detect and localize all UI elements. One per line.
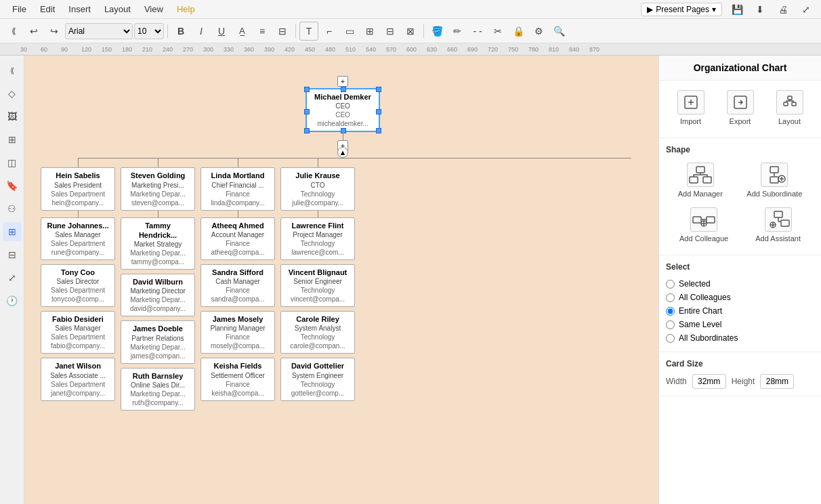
toolbar: ⟪ ↩ ↪ Arial 10 B I U A̲ ≡ ⊟ T ⌐ ▭ ⊞ ⊟ ⊠ … (0, 19, 821, 43)
radio-entire-chart[interactable]: Entire Chart (666, 304, 814, 318)
steven-node[interactable]: Steven Golding Marketing Presi... Market… (121, 167, 195, 210)
table-button[interactable]: ⊟ (381, 22, 400, 41)
table-tool[interactable]: ⊟ (3, 245, 22, 264)
panel-title: Organizational Chart (659, 56, 821, 81)
sidebar-toggle[interactable]: ⟪ (4, 22, 23, 41)
marketing-node-4[interactable]: Ruth Barnsley Online Sales Dir... Market… (121, 368, 195, 411)
tech-node-2[interactable]: Vincent Blignaut Senior Engineer Technol… (280, 264, 355, 307)
hein-node[interactable]: Hein Sabelis Sales President Sales Depar… (41, 167, 115, 210)
image-tool[interactable]: 🖼 (3, 107, 22, 126)
svg-rect-6 (690, 177, 698, 183)
import-button[interactable]: Import (675, 87, 707, 128)
marketing-node-3[interactable]: James Doeble Partner Relations Marketing… (121, 320, 195, 363)
export-icon (727, 90, 754, 114)
radio-all-colleagues[interactable]: All Colleagues (666, 291, 814, 304)
grid-button[interactable]: ⊞ (360, 22, 379, 41)
add-manager-button[interactable]: Add Manager (675, 160, 725, 201)
orgchart-tool[interactable]: ⊞ (3, 222, 22, 241)
sales-node-3[interactable]: Fabio Desideri Sales Manager Sales Depar… (41, 311, 115, 354)
text-align-button[interactable]: ≡ (253, 22, 272, 41)
settings-button[interactable]: ⚙ (529, 22, 548, 41)
height-input[interactable] (760, 374, 794, 389)
layers-tool[interactable]: ◫ (3, 153, 22, 172)
radio-selected[interactable]: Selected (666, 277, 814, 291)
panel-actions-section: Import Export (659, 81, 821, 138)
rows-button[interactable]: ⊠ (401, 22, 420, 41)
menu-bar: File Edit Insert Layout View Help ▶ Pres… (0, 0, 821, 19)
redo-button[interactable]: ↪ (45, 22, 64, 41)
history-tool[interactable]: 🕐 (3, 291, 22, 310)
root-dept: CEO (311, 110, 375, 119)
add-subordinate-button[interactable]: Add Subordinate (744, 160, 805, 201)
linda-node[interactable]: Linda Mortland Chief Financial ... Finan… (201, 167, 275, 210)
layout-button[interactable]: Layout (774, 87, 806, 128)
add-above-root[interactable]: + (337, 76, 348, 87)
menu-layout[interactable]: Layout (98, 1, 138, 17)
finance-node-3[interactable]: James Mosely Planning Manager Finance mo… (201, 311, 275, 354)
tech-node-4[interactable]: David Gottelier System Engineer Technolo… (280, 358, 355, 400)
export-button[interactable]: Export (724, 87, 757, 128)
width-input[interactable] (692, 374, 726, 389)
text-format-button[interactable]: T (299, 22, 318, 41)
font-family-select[interactable]: Arial (65, 23, 133, 39)
svg-rect-14 (774, 211, 782, 217)
menu-insert[interactable]: Insert (62, 1, 98, 17)
lock-button[interactable]: 🔒 (509, 22, 528, 41)
shape-tool[interactable]: ◇ (3, 84, 22, 103)
sales-node-2[interactable]: Tony Coo Sales Director Sales Department… (41, 264, 115, 307)
level1-connector: Hein Sabelis Sales President Sales Depar… (41, 158, 645, 411)
marketing-node-2[interactable]: David Wilburn Marketing Director Marketi… (121, 274, 195, 316)
link-button[interactable]: ⌐ (320, 22, 339, 41)
canvas-area[interactable]: ⟪ ◇ 🖼 ⊞ ◫ 🔖 ⚇ ⊞ ⊟ ⤢ 🕐 + (0, 56, 658, 504)
undo-button[interactable]: ↩ (24, 22, 43, 41)
add-assistant-button[interactable]: Add Assistant (753, 205, 803, 245)
root-node[interactable]: Michael Demker CEO CEO michealdemker... (306, 88, 380, 132)
crop-button[interactable]: ✂ (488, 22, 507, 41)
print-button[interactable]: 🖨 (774, 0, 793, 19)
menu-edit[interactable]: Edit (33, 1, 62, 17)
database-tool[interactable]: ⚇ (3, 199, 22, 218)
svg-rect-5 (696, 167, 704, 173)
sidebar-collapse-btn[interactable]: ⟪ (3, 61, 22, 80)
finance-col: Linda Mortland Chief Financial ... Finan… (201, 158, 275, 411)
root-email: michealdemker... (311, 119, 375, 128)
bookmark-tool[interactable]: 🔖 (3, 176, 22, 195)
save-button[interactable]: 💾 (728, 0, 746, 19)
font-color-button[interactable]: A̲ (232, 22, 251, 41)
align-button[interactable]: ⊟ (273, 22, 292, 41)
radio-all-subordinates[interactable]: All Subordinates (666, 331, 814, 345)
menu-view[interactable]: View (138, 1, 170, 17)
font-size-select[interactable]: 10 (134, 23, 164, 39)
dash-button[interactable]: - - (468, 22, 487, 41)
finance-node-4[interactable]: Keisha Fields Settlement Officer Finance… (201, 358, 275, 400)
sales-node-1[interactable]: Rune Johannes... Sales Manager Sales Dep… (41, 217, 115, 260)
bold-button[interactable]: B (171, 22, 190, 41)
menu-help[interactable]: Help (170, 1, 202, 17)
finance-node-2[interactable]: Sandra Sifford Cash Manager Finance sand… (201, 264, 275, 307)
tech-node-1[interactable]: Lawrence Flint Project Manager Technolog… (280, 217, 355, 260)
height-label: Height (732, 377, 755, 386)
shape-button[interactable]: ▭ (340, 22, 359, 41)
marketing-node-1[interactable]: Tammy Hendrick... Market Strategy Market… (121, 217, 195, 270)
finance-node-1[interactable]: Atheeq Ahmed Account Manager Finance ath… (201, 217, 275, 260)
julie-node[interactable]: Julie Krause CTO Technology julie@compan… (280, 167, 355, 210)
crop-tool[interactable]: ⤢ (3, 268, 22, 287)
apps-tool[interactable]: ⊞ (3, 130, 22, 149)
search-button[interactable]: 🔍 (549, 22, 568, 41)
fill-button[interactable]: 🪣 (427, 22, 446, 41)
underline-button[interactable]: U (212, 22, 231, 41)
radio-same-level[interactable]: Same Level (666, 318, 814, 331)
menu-file[interactable]: File (5, 1, 33, 17)
share-button[interactable]: ⤢ (797, 0, 816, 19)
width-label: Width (666, 377, 687, 386)
present-pages-button[interactable]: ▶ Present Pages ▾ (641, 3, 722, 16)
collapse-btn[interactable]: ▲ (337, 147, 348, 158)
add-colleague-button[interactable]: Add Colleague (677, 205, 731, 245)
marketing-sub-col: Tammy Hendrick... Market Strategy Market… (121, 217, 195, 411)
sales-node-4[interactable]: Janet Wilson Sales Associate ... Sales D… (41, 358, 115, 400)
download-button[interactable]: ⬇ (751, 0, 770, 19)
border-button[interactable]: ✏ (448, 22, 467, 41)
italic-button[interactable]: I (192, 22, 211, 41)
tech-node-3[interactable]: Carole Riley System Analyst Technology c… (280, 311, 355, 354)
sales-col: Hein Sabelis Sales President Sales Depar… (41, 158, 115, 411)
